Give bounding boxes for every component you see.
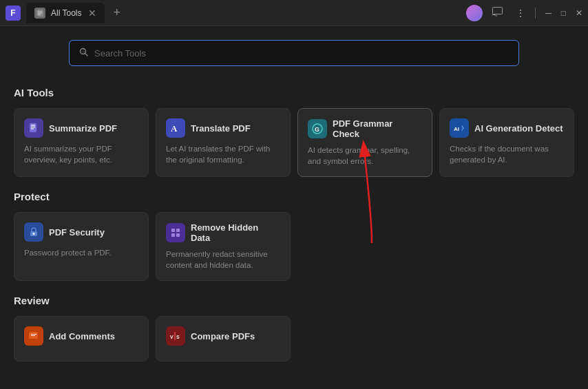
titlebar-right: ⋮ ─ □ ✕ xyxy=(466,5,582,21)
tool-ai-detect[interactable]: AI AI Generation Detect Checks if the do… xyxy=(439,108,574,177)
titlebar-left: F All Tools ✕ + xyxy=(6,3,466,23)
remove-hidden-icon xyxy=(166,223,185,242)
remove-hidden-name: Remove Hidden Data xyxy=(191,222,280,243)
translate-name: Translate PDF xyxy=(191,123,251,134)
compare-pdfs-icon: V S xyxy=(166,326,185,346)
tool-add-comments[interactable]: Add Comments xyxy=(14,316,149,361)
tool-translate-pdf[interactable]: A Translate PDF Let AI translates the PD… xyxy=(156,108,291,177)
review-section-title: Review xyxy=(14,295,574,306)
svg-line-6 xyxy=(85,53,87,55)
titlebar-separator xyxy=(535,8,536,19)
tab-close-button[interactable]: ✕ xyxy=(88,8,96,19)
tool-compare-pdfs[interactable]: V S Compare PDFs xyxy=(156,316,291,361)
more-button[interactable]: ⋮ xyxy=(513,6,528,20)
ai-detect-desc: Checks if the document was generated by … xyxy=(450,143,564,165)
security-name: PDF Security xyxy=(49,227,105,238)
grammar-desc: AI detects grammar, spelling, and symbol… xyxy=(308,145,422,167)
summarize-icon xyxy=(24,118,43,138)
active-tab[interactable]: All Tools ✕ xyxy=(26,3,105,23)
protect-tools-grid: PDF Security Password protect a PDF. Rem… xyxy=(14,212,574,281)
search-box[interactable] xyxy=(69,40,519,66)
svg-text:V: V xyxy=(170,335,174,339)
search-icon xyxy=(79,48,89,59)
svg-rect-8 xyxy=(30,123,36,132)
ai-tools-section-title: AI Tools xyxy=(14,87,574,98)
titlebar: F All Tools ✕ + ⋮ ─ □ ✕ xyxy=(0,0,588,26)
protect-section-title: Protect xyxy=(14,191,574,202)
security-icon xyxy=(24,222,43,242)
window-controls: ─ □ ✕ xyxy=(545,8,582,18)
review-tools-grid: Add Comments V S Compare PDFs xyxy=(14,316,574,361)
svg-text:G: G xyxy=(315,126,319,133)
summarize-name: Summarize PDF xyxy=(49,123,117,134)
svg-point-7 xyxy=(82,50,84,52)
tool-header: Remove Hidden Data xyxy=(166,222,280,243)
tool-header: V S Compare PDFs xyxy=(166,326,280,346)
tool-header: Summarize PDF xyxy=(24,118,138,138)
new-tab-button[interactable]: + xyxy=(113,6,120,20)
security-desc: Password protect a PDF. xyxy=(24,247,138,258)
ai-tools-grid: Summarize PDF AI summarizes your PDF ove… xyxy=(14,108,574,177)
tool-header: G PDF Grammar Check xyxy=(308,118,422,139)
translate-icon: A xyxy=(166,118,185,138)
add-comments-name: Add Comments xyxy=(49,331,115,341)
ai-detect-name: AI Generation Detect xyxy=(474,123,563,134)
svg-point-17 xyxy=(33,233,35,235)
tool-header: A Translate PDF xyxy=(166,118,280,138)
translate-desc: Let AI translates the PDF with the origi… xyxy=(166,143,280,165)
compare-pdfs-name: Compare PDFs xyxy=(191,331,255,341)
grammar-name: PDF Grammar Check xyxy=(333,118,422,139)
search-container xyxy=(14,26,574,80)
cast-button[interactable] xyxy=(490,6,506,20)
tool-header: AI AI Generation Detect xyxy=(450,118,564,138)
svg-rect-21 xyxy=(176,233,180,237)
main-content: AI Tools Summarize PDF AI summarizes you… xyxy=(0,26,588,389)
tool-header: PDF Security xyxy=(24,222,138,242)
tab-icon xyxy=(34,8,45,19)
minimize-button[interactable]: ─ xyxy=(545,8,552,18)
remove-hidden-desc: Permanently redact sensitive content and… xyxy=(166,249,280,271)
user-avatar[interactable] xyxy=(466,5,483,21)
svg-rect-26 xyxy=(174,332,176,340)
tab-title: All Tools xyxy=(51,8,81,18)
app-icon: F xyxy=(6,6,21,21)
svg-text:S: S xyxy=(176,335,180,339)
summarize-desc: AI summarizes your PDF overview, key poi… xyxy=(24,143,138,165)
svg-rect-18 xyxy=(171,229,175,232)
search-input[interactable] xyxy=(94,48,509,59)
tool-remove-hidden[interactable]: Remove Hidden Data Permanently redact se… xyxy=(156,212,291,281)
close-button[interactable]: ✕ xyxy=(576,8,582,18)
tool-pdf-security[interactable]: PDF Security Password protect a PDF. xyxy=(14,212,149,281)
svg-text:A: A xyxy=(171,123,178,134)
tool-header: Add Comments xyxy=(24,326,138,346)
tool-grammar-check[interactable]: G PDF Grammar Check AI detects grammar, … xyxy=(297,108,432,177)
svg-rect-20 xyxy=(171,233,175,237)
grammar-icon: G xyxy=(308,119,327,138)
maximize-button[interactable]: □ xyxy=(561,8,566,18)
svg-text:AI: AI xyxy=(454,126,459,132)
ai-detect-icon: AI xyxy=(450,118,469,138)
svg-rect-19 xyxy=(176,229,180,232)
svg-rect-4 xyxy=(493,8,503,14)
tool-summarize-pdf[interactable]: Summarize PDF AI summarizes your PDF ove… xyxy=(14,108,149,177)
add-comments-icon xyxy=(24,326,43,346)
